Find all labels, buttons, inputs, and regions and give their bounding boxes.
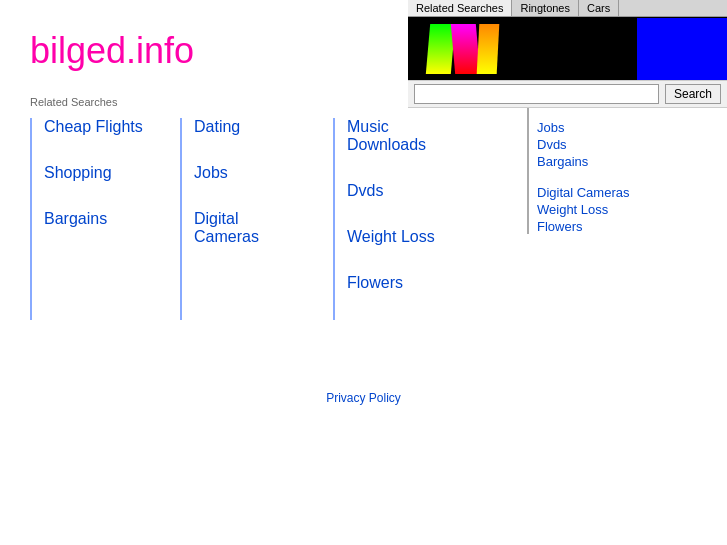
- banner-tab-related[interactable]: Related Searches: [408, 0, 512, 16]
- banner-tab-ringtones[interactable]: Ringtones: [512, 0, 579, 16]
- link-bargains[interactable]: Bargains: [44, 210, 150, 228]
- link-shopping[interactable]: Shopping: [44, 164, 150, 182]
- list-item: Digital Cameras: [194, 210, 303, 246]
- sidebar-link-digital-cameras[interactable]: Digital Cameras: [537, 185, 717, 200]
- links-column-3: Music Downloads Dvds Weight Loss Flowers: [333, 118, 467, 320]
- banner-graphic: [418, 19, 508, 79]
- sidebar-link-weight-loss[interactable]: Weight Loss: [537, 202, 717, 217]
- list-item: Music Downloads: [347, 118, 467, 154]
- search-bar: Search: [408, 80, 727, 108]
- graphic-shape3: [477, 24, 500, 74]
- link-music-downloads[interactable]: Music Downloads: [347, 118, 467, 154]
- banner-tab-cars[interactable]: Cars: [579, 0, 619, 16]
- search-button[interactable]: Search: [665, 84, 721, 104]
- sidebar-link-bargains[interactable]: Bargains: [537, 154, 717, 169]
- links-column-2: Dating Jobs Digital Cameras: [180, 118, 303, 320]
- list-item: Shopping: [44, 164, 150, 182]
- sidebar-link-flowers[interactable]: Flowers: [537, 219, 717, 234]
- link-digital-cameras[interactable]: Digital Cameras: [194, 210, 303, 246]
- link-jobs[interactable]: Jobs: [194, 164, 303, 182]
- link-cheap-flights[interactable]: Cheap Flights: [44, 118, 150, 136]
- sidebar-link-dvds[interactable]: Dvds: [537, 137, 717, 152]
- privacy-policy-link[interactable]: Privacy Policy: [326, 391, 401, 405]
- links-grid: Cheap Flights Shopping Bargains Dating J…: [30, 118, 497, 320]
- list-item: Flowers: [347, 274, 467, 292]
- list-item: Dating: [194, 118, 303, 136]
- list-item: Dvds: [347, 182, 467, 200]
- link-dating[interactable]: Dating: [194, 118, 303, 136]
- banner-blue-block: [637, 18, 727, 80]
- list-item: Jobs: [194, 164, 303, 182]
- graphic-shape2: [451, 24, 480, 74]
- list-item: Cheap Flights: [44, 118, 150, 136]
- search-input[interactable]: [414, 84, 659, 104]
- sidebar-section-3: Digital Cameras Weight Loss Flowers: [537, 185, 717, 234]
- link-weight-loss[interactable]: Weight Loss: [347, 228, 467, 246]
- footer: Privacy Policy: [0, 370, 727, 425]
- list-item: Weight Loss: [347, 228, 467, 246]
- banner-tabs[interactable]: Related Searches Ringtones Cars: [408, 0, 727, 17]
- sidebar-section-2: Jobs Dvds Bargains: [537, 120, 717, 169]
- link-dvds[interactable]: Dvds: [347, 182, 467, 200]
- list-item: Bargains: [44, 210, 150, 228]
- top-banner: Related Searches Ringtones Cars: [408, 0, 727, 80]
- links-column-1: Cheap Flights Shopping Bargains: [30, 118, 150, 320]
- link-flowers[interactable]: Flowers: [347, 274, 467, 292]
- sidebar-link-jobs[interactable]: Jobs: [537, 120, 717, 135]
